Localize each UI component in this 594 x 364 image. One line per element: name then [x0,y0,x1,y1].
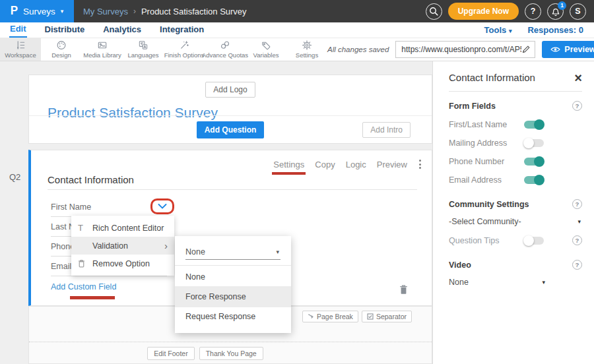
menu-item-label: Rich Content Editor [92,224,164,233]
add-logo-button[interactable]: Add Logo [205,82,255,98]
responses-count[interactable]: Responses: 0 [527,25,583,35]
validation-option-none[interactable]: None [175,266,291,286]
search-button[interactable] [426,3,442,20]
toolbar-item-design[interactable]: Design [41,38,82,61]
question-number: Q2 [9,172,20,182]
toggle-email-address[interactable] [524,176,544,184]
video-select-value: None [449,278,469,287]
share-url-input[interactable] [401,45,521,54]
help-button[interactable]: ? [525,3,541,20]
chevron-down-icon[interactable] [158,204,167,209]
page-break-icon [308,314,314,320]
menu-item-rich-content-editor[interactable]: T Rich Content Editor [71,219,174,237]
submenu-arrow-icon: › [164,241,168,251]
validation-option-request-response[interactable]: Request Response [175,307,291,326]
survey-nav: Edit Distribute Analytics Integration To… [0,22,594,38]
field-context-menu: T Rich Content Editor Validation › Remov… [71,216,174,276]
separator-label: Separator [376,313,407,320]
delete-question-button[interactable] [399,284,408,297]
footer-buttons: Edit Footer Thank You Page [4,347,407,360]
toolbar-item-finish-options[interactable]: Finish Options [164,38,205,61]
annotation-oval [150,198,174,214]
product-menu[interactable]: P Surveys ▾ [0,0,74,22]
tab-analytics[interactable]: Analytics [102,23,142,37]
menu-item-remove-option[interactable]: Remove Option [71,255,174,272]
chevron-down-icon: ▾ [578,218,582,225]
tab-edit[interactable]: Edit [9,22,27,38]
toggle-label: Phone Number [449,157,524,166]
add-intro-button[interactable]: Add Intro [362,122,411,138]
question-mark-icon: ? [531,7,536,16]
field-label: First Name [51,202,91,212]
help-icon[interactable]: ? [572,101,582,111]
breadcrumb: My Surveys › Product Satisfaction Survey [83,7,247,16]
edit-pencil-icon[interactable] [521,45,531,54]
question-settings-link[interactable]: Settings [273,160,304,169]
upgrade-now-button[interactable]: Upgrade Now [448,3,519,20]
breadcrumb-my-surveys[interactable]: My Surveys [83,7,128,16]
question-preview-link[interactable]: Preview [377,160,407,169]
toggle-label: Email Address [449,175,524,185]
validation-submenu: None ▾ None Force Response Request Respo… [175,236,291,333]
avatar-initial: S [575,7,580,16]
product-menu-label: Surveys [23,7,55,16]
toolbar-label: Advance Quotas [202,51,248,59]
survey-header-card: Add Logo Product Satisfaction Survey Add… [28,75,432,144]
breadcrumb-separator: › [133,7,136,16]
tab-distribute[interactable]: Distribute [44,23,86,37]
gear-icon [301,40,313,51]
editor-toolbar: Workspace Design Media Library Languages… [0,38,594,61]
breadcrumb-current-survey: Product Satisfaction Survey [141,7,247,16]
community-select-value: -Select Community- [449,217,521,226]
tools-menu[interactable]: Tools ▾ [484,25,512,35]
page-break-button[interactable]: Page Break [302,311,358,322]
validation-select[interactable]: None ▾ [185,245,280,260]
question-copy-link[interactable]: Copy [315,160,335,169]
menu-item-validation[interactable]: Validation › [71,237,174,255]
thank-you-page-button[interactable]: Thank You Page [199,347,263,360]
close-icon[interactable]: × [574,73,582,82]
toggle-question-tips[interactable] [524,237,544,245]
toolbar-item-media-library[interactable]: Media Library [82,38,123,61]
more-options-icon[interactable] [418,158,422,170]
toolbar-item-languages[interactable]: Languages [123,38,164,61]
field-row-first-name[interactable]: First Name [51,197,167,217]
toolbar-label: Finish Options [164,51,205,59]
preview-button[interactable]: Preview [542,41,594,58]
survey-actions-row: Add Question Add Intro [29,115,432,143]
nav-right: Tools ▾ Responses: 0 [484,25,594,35]
separator-button[interactable]: Separator [362,311,412,322]
help-icon[interactable]: ? [572,199,582,209]
question-logic-link[interactable]: Logic [346,160,366,169]
top-bar: P Surveys ▾ My Surveys › Product Satisfa… [0,0,594,22]
toggle-row-mailing-address: Mailing Address [449,138,582,148]
add-custom-field-link[interactable]: Add Custom Field [51,282,116,291]
question-title[interactable]: Contact Information [48,174,134,185]
toolbar-item-settings[interactable]: Settings [286,38,327,61]
help-icon[interactable]: ? [572,235,582,245]
video-select[interactable]: None ▾ [449,278,546,287]
tab-integration[interactable]: Integration [159,23,205,37]
questionpro-survey-editor: P Surveys ▾ My Surveys › Product Satisfa… [0,0,594,364]
toggle-first-last-name[interactable] [524,121,544,129]
chain-links-icon [219,40,231,51]
add-question-button[interactable]: Add Question [197,121,265,138]
image-icon [96,40,108,51]
toolbar-label: Media Library [83,51,121,59]
toggle-phone-number[interactable] [524,158,544,166]
help-icon[interactable]: ? [572,260,582,270]
toolbar-item-variables[interactable]: Variables [246,38,286,61]
toggle-mailing-address[interactable] [524,139,544,147]
save-status: All changes saved [327,46,389,53]
toolbar-item-workspace[interactable]: Workspace [0,38,41,61]
share-url-field [395,41,535,58]
tools-label: Tools [484,25,507,35]
validation-option-force-response[interactable]: Force Response [175,286,291,307]
community-select[interactable]: -Select Community- ▾ [449,217,582,226]
toolbar-item-advance-quotas[interactable]: Advance Quotas [205,38,246,61]
edit-footer-button[interactable]: Edit Footer [147,347,194,360]
avatar[interactable]: S [570,3,586,20]
video-heading: Video [449,260,471,270]
chevron-down-icon: ▾ [542,279,546,286]
notifications-button[interactable]: 1 [547,3,564,20]
